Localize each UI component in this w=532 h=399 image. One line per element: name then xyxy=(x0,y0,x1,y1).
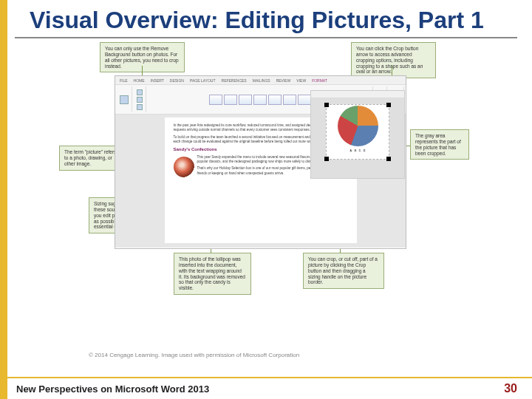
tab-references: REFERENCES xyxy=(222,78,247,83)
callout-crop-drag: You can crop, or cut off, part of a pict… xyxy=(303,253,384,289)
tab-home: HOME xyxy=(134,78,145,83)
picture-style-thumb xyxy=(224,95,237,105)
panel-header xyxy=(311,91,404,98)
crop-handle-icon xyxy=(386,103,391,107)
picture-style-thumb xyxy=(298,95,311,105)
ribbon-group-corrections xyxy=(134,86,146,112)
picture-style-thumb xyxy=(268,95,282,105)
ribbon-group-adjust xyxy=(117,86,132,112)
callout-gray-area: The gray area represents the part of the… xyxy=(410,129,469,160)
color-icon xyxy=(137,97,143,103)
content-area: You can only use the Remove Background b… xyxy=(7,38,532,319)
cropped-area xyxy=(311,160,404,178)
tab-view: VIEW xyxy=(296,78,306,83)
figure: You can only use the Remove Background b… xyxy=(59,42,473,293)
corrections-icon xyxy=(137,89,143,95)
picture-style-thumb xyxy=(239,95,252,105)
cropped-area xyxy=(389,104,404,160)
lollipop-image xyxy=(174,157,194,177)
artistic-effects-icon xyxy=(137,104,143,110)
crop-handle-icon xyxy=(324,157,329,161)
crop-handle-icon xyxy=(386,157,391,161)
footer-book-title: New Perspectives on Microsoft Word 2013 xyxy=(16,383,209,395)
picture-style-thumb xyxy=(253,95,267,105)
crop-handle-icon xyxy=(324,103,329,107)
slide: Visual Overview: Editing Pictures, Part … xyxy=(0,0,532,399)
tab-pagelayout: PAGE LAYOUT xyxy=(190,78,216,83)
tab-file: FILE xyxy=(120,78,128,83)
remove-background-icon xyxy=(120,95,129,104)
callout-crop-arrow: You can click the Crop button arrow to a… xyxy=(351,42,436,78)
callout-lollipop: This photo of the lollipop was inserted … xyxy=(174,253,251,295)
picture-style-thumb xyxy=(283,95,296,105)
footer: New Perspectives on Microsoft Word 2013 … xyxy=(7,377,532,399)
title-area: Visual Overview: Editing Pictures, Part … xyxy=(15,0,517,38)
tab-format: FORMAT xyxy=(312,78,327,83)
crop-example-panel: A B C D xyxy=(310,90,405,179)
tab-mailings: MAILINGS xyxy=(253,78,270,83)
copyright-text: © 2014 Cengage Learning. Image used with… xyxy=(89,352,299,358)
tab-review: REVIEW xyxy=(276,78,291,83)
callout-picture-term: The term "picture" refers to a photo, dr… xyxy=(59,146,122,170)
tab-design: DESIGN xyxy=(170,78,184,83)
cropped-area xyxy=(311,104,326,160)
tab-insert: INSERT xyxy=(151,78,164,83)
crop-marquee xyxy=(326,104,389,160)
ribbon-tabs: FILE HOME INSERT DESIGN PAGE LAYOUT REFE… xyxy=(115,76,406,85)
slide-title: Visual Overview: Editing Pictures, Part … xyxy=(30,7,502,33)
picture-style-thumb xyxy=(209,95,222,105)
page-number: 30 xyxy=(504,382,517,395)
